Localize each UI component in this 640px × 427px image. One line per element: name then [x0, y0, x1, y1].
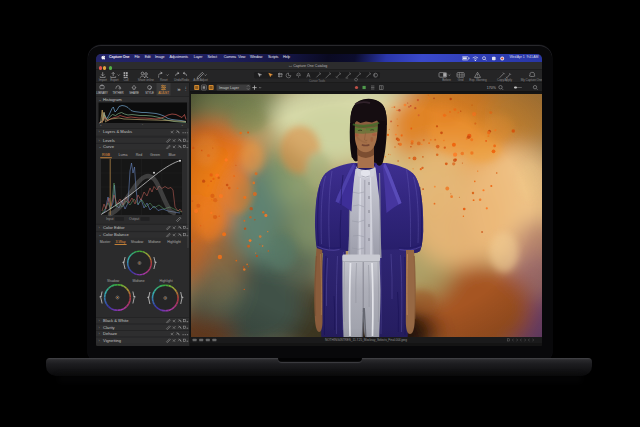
svg-text:⌄: ⌄: [99, 145, 102, 149]
svg-text:Green: Green: [150, 153, 160, 157]
svg-text:Clarity: Clarity: [103, 325, 116, 330]
svg-text:Share online: Share online: [138, 78, 155, 82]
svg-text:ADJUST: ADJUST: [158, 91, 169, 95]
svg-text:Grid: Grid: [458, 78, 464, 82]
svg-text:Undo/Redo: Undo/Redo: [174, 78, 189, 82]
svg-text:Cull: Cull: [123, 78, 128, 82]
svg-text:Levels: Levels: [103, 138, 115, 143]
svg-text:Output: Output: [129, 217, 139, 221]
svg-text:Color Editor: Color Editor: [103, 225, 125, 230]
svg-text:LIBRARY: LIBRARY: [96, 91, 108, 95]
svg-text:Color Balance: Color Balance: [103, 232, 129, 237]
svg-text:⌄: ⌄: [99, 233, 102, 237]
svg-text:Histogram: Histogram: [103, 97, 122, 102]
svg-text:Blue: Blue: [168, 153, 175, 157]
svg-text:Before: Before: [442, 78, 451, 82]
svg-text:3-Way: 3-Way: [116, 240, 126, 244]
svg-text:My Capture One: My Capture One: [521, 78, 542, 82]
svg-text:Input: Input: [106, 217, 114, 221]
svg-text:Dehaze: Dehaze: [103, 331, 118, 336]
svg-text:TETHER: TETHER: [113, 91, 124, 95]
svg-text:Reset: Reset: [160, 78, 168, 82]
svg-text:Copy/Apply: Copy/Apply: [497, 78, 512, 82]
svg-text:Layers & Masks: Layers & Masks: [103, 129, 132, 134]
svg-text:⋮: ⋮: [184, 86, 188, 91]
svg-text:Exp. Warning: Exp. Warning: [469, 78, 487, 82]
svg-text:Export: Export: [110, 78, 119, 82]
svg-text:⌄: ⌄: [99, 98, 102, 102]
svg-text:Import: Import: [99, 78, 107, 82]
svg-text:Shadow: Shadow: [107, 279, 120, 283]
svg-text:RGB: RGB: [102, 153, 110, 157]
svg-text:Master: Master: [100, 240, 112, 244]
svg-text:Luma: Luma: [119, 153, 128, 157]
svg-text:SHARE: SHARE: [129, 91, 139, 95]
svg-text:Curve: Curve: [103, 144, 115, 149]
svg-text:Black & White: Black & White: [103, 318, 129, 323]
svg-text:Red: Red: [136, 153, 143, 157]
svg-text:Highlight: Highlight: [167, 240, 181, 244]
svg-text:Midtone: Midtone: [148, 240, 161, 244]
svg-text:•: •: [142, 124, 143, 127]
svg-text:Shadow: Shadow: [131, 240, 144, 244]
svg-text:Image Layer: Image Layer: [219, 86, 240, 90]
svg-text:Midtone: Midtone: [133, 279, 145, 283]
svg-text:STYLE: STYLE: [145, 91, 154, 95]
svg-text:Auto Adjust: Auto Adjust: [193, 78, 208, 82]
svg-text:170%: 170%: [487, 86, 497, 90]
svg-text:Highlight: Highlight: [160, 279, 173, 283]
svg-text:Vignetting: Vignetting: [103, 338, 122, 343]
